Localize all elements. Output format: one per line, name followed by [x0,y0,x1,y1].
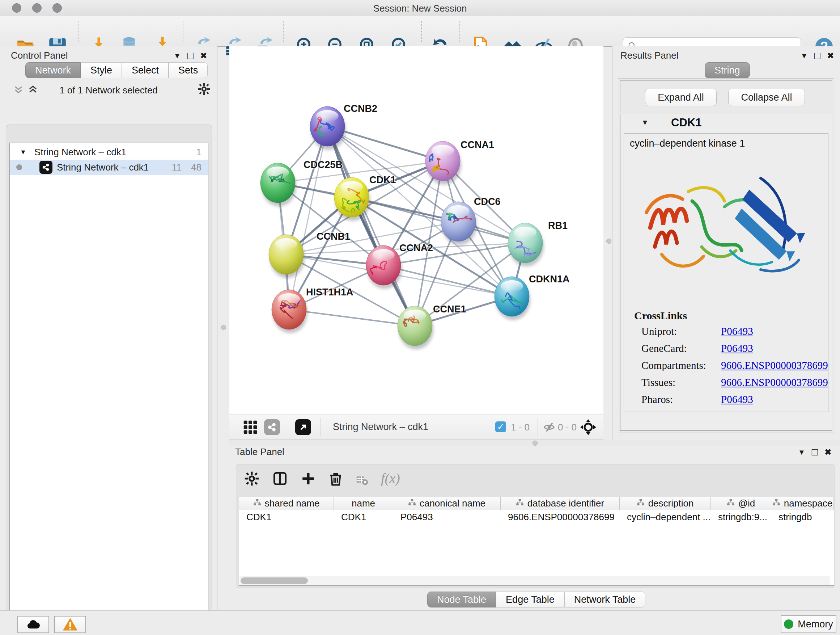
string-view-button[interactable] [264,419,280,435]
column-header-canonical-name[interactable]: canonical name [393,497,501,510]
toolbar-separator [421,21,422,42]
network-canvas[interactable]: CCNB2CCNA1CDC25BCDK1CDC6RB1CCNB1CCNA2CDK… [229,46,603,415]
bottom-splitter-handle[interactable] [532,440,538,446]
checkbox-check-icon: ✓ [497,422,504,432]
column-label: description [648,498,694,509]
tab-network-table[interactable]: Network Table [564,592,646,608]
birdseye-view-button[interactable] [579,418,597,437]
network-options-gear-icon[interactable] [197,82,210,97]
column-header--id[interactable]: @id [711,497,771,510]
delete-columns-button[interactable] [328,471,343,488]
tab-select[interactable]: Select [122,62,169,78]
stringapp-network-icon [39,161,52,174]
results-panel-float-icon[interactable]: ▼ [801,52,808,60]
network-node-CDK1[interactable]: CDK1 [334,174,396,221]
network-node-CCNB2[interactable]: CCNB2 [310,103,377,150]
control-panel-close-icon[interactable]: ✖ [200,51,207,61]
node-label: CCNA1 [461,139,494,150]
network-node-CDKN1A[interactable]: CDKN1A [494,274,570,320]
network-row[interactable]: String Network – cdk1 11 48 [10,160,208,175]
create-column-button[interactable] [301,471,316,488]
crosslink-link[interactable]: P06493 [721,325,753,337]
column-header-shared-name[interactable]: shared name [239,497,334,510]
column-header-namespace[interactable]: namespace [771,497,834,510]
warning-icon [62,616,78,632]
table-cell[interactable]: 9606.ENSP00000378699 [501,510,620,524]
table-cell[interactable]: stringdb [771,510,834,524]
table-panel-maximize-icon[interactable]: □ [812,447,818,458]
collapse-all-button[interactable]: Collapse All [728,89,805,106]
column-label: name [352,498,375,509]
tree-expander-icon[interactable]: ▼ [20,149,27,156]
hidden-node-edge-counts: 0 - 0 [558,422,576,433]
tab-sets[interactable]: Sets [169,62,208,78]
toolbar-separator [183,21,183,42]
tab-style[interactable]: Style [81,62,122,78]
toolbar-separator [78,21,79,42]
tab-network[interactable]: Network [25,62,81,78]
network-node-CCNB1[interactable]: CCNB1 [269,231,350,278]
network-node-count: 11 [172,162,182,173]
table-horizontal-scrollbar[interactable] [240,576,830,585]
crosslink-label: Pharos: [641,394,673,405]
open-in-new-window-button[interactable] [295,419,311,435]
table-panel-close-icon[interactable]: ✖ [824,447,832,457]
table-cell[interactable]: P06493 [393,510,501,524]
left-splitter-handle[interactable] [221,325,226,330]
toolbar-separator [459,21,460,42]
scrollbar-thumb[interactable] [240,578,308,584]
table-cell[interactable]: CDK1 [334,510,393,524]
crosslink-link[interactable]: 9606.ENSP00000378699 [721,359,828,371]
tab-edge-table[interactable]: Edge Table [496,592,564,608]
network-node-HIST1H1A[interactable]: HIST1H1A [272,287,354,333]
expand-all-button[interactable]: Expand All [645,89,717,106]
network-collection-row[interactable]: ▼ String Network – cdk1 1 [10,144,208,160]
network-node-CDC6[interactable]: CDC6 [441,196,501,245]
column-header-name[interactable]: name [334,497,393,510]
warnings-button[interactable] [54,616,86,633]
share-icon [267,422,277,432]
show-columns-button[interactable] [272,471,287,488]
tab-node-table[interactable]: Node Table [427,592,496,608]
crosslink-link[interactable]: 9606.ENSP00000378699 [721,377,828,388]
node-label: CCNB2 [344,103,377,114]
table-cell[interactable]: cyclin–dependent ... [620,510,711,524]
crosslink-label: Uniprot: [641,325,677,337]
results-panel-close-icon[interactable]: ✖ [827,51,834,61]
network-node-CCNE1[interactable]: CCNE1 [398,304,466,349]
crosslink-link[interactable]: P06493 [721,342,753,355]
memory-button[interactable]: Memory [781,615,836,633]
network-edge[interactable] [289,310,415,326]
control-panel-maximize-icon[interactable]: □ [187,50,194,62]
results-panel-title: Results Panel [621,50,678,61]
control-panel-float-icon[interactable]: ▼ [174,52,181,60]
cloud-status-button[interactable] [17,616,49,633]
right-splitter-handle[interactable] [606,239,611,244]
crosslink-link[interactable]: P06493 [721,394,753,405]
gene-description: cyclin–dependent kinase 1 [630,138,745,149]
window-title: Session: New Session [0,3,840,14]
hidden-elements-icon [543,421,556,435]
network-node-RB1[interactable]: RB1 [508,220,568,266]
crosslink-label: Tissues: [641,377,676,388]
show-grid-button[interactable] [242,419,258,437]
table-options-gear-button[interactable] [244,471,259,488]
selected-nodes-checkbox[interactable]: ✓ [495,421,506,432]
column-header-database-identifier[interactable]: database identifier [501,497,620,510]
network-node-CDC25B[interactable]: CDC25B [261,159,343,206]
protein-structure-image[interactable] [635,155,818,300]
table-panel-float-icon[interactable]: ▼ [798,448,805,456]
column-header-description[interactable]: description [620,497,711,510]
delete-table-button[interactable] [355,474,368,488]
table-cell[interactable]: CDK1 [239,510,334,524]
netbar-separator [286,418,286,437]
crosslink-row: Tissues:9606.ENSP00000378699 [641,377,822,388]
results-panel-maximize-icon[interactable]: □ [814,50,821,62]
results-tab-string[interactable]: String [705,62,750,78]
table-cell[interactable]: stringdb:9... [711,510,771,524]
gene-collapse-icon[interactable]: ▼ [641,119,649,127]
function-builder-button[interactable]: f(x) [381,470,400,486]
crosslink-label: GeneCard: [641,342,687,354]
crosslinks-heading: CrossLinks [634,310,687,322]
crosslink-row: Uniprot:P06493 [641,325,822,337]
